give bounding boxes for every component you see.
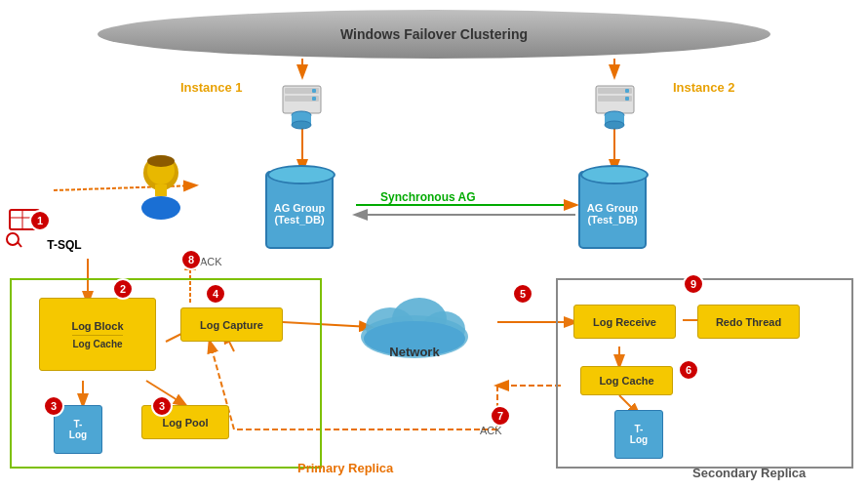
log-cache-secondary-box: Log Cache xyxy=(580,366,673,395)
svg-point-47 xyxy=(141,196,180,220)
log-capture-box: Log Capture xyxy=(180,307,283,342)
svg-point-38 xyxy=(605,121,624,129)
instance2-label: Instance 2 xyxy=(673,80,735,95)
svg-point-46 xyxy=(147,155,175,167)
svg-point-30 xyxy=(292,121,311,129)
instance1-label: Instance 1 xyxy=(180,80,243,95)
badge-6: 6 xyxy=(678,359,699,381)
badge-3-left: 3 xyxy=(43,395,64,417)
user-icon xyxy=(127,151,195,220)
log-block-cache-box: Log Block Log Cache xyxy=(39,298,156,371)
badge-2: 2 xyxy=(112,278,134,300)
network-cloud: Network xyxy=(351,288,478,359)
wfc-label: Windows Failover Clustering xyxy=(340,26,528,42)
svg-rect-34 xyxy=(625,89,629,93)
tlog-secondary-box: T- Log xyxy=(614,410,663,459)
log-receive-box: Log Receive xyxy=(573,305,676,339)
badge-9: 9 xyxy=(683,273,704,295)
badge-7: 7 xyxy=(490,405,511,427)
ag-group-1: AG Group (Test_DB) xyxy=(265,171,334,249)
badge-5: 5 xyxy=(512,283,533,305)
sync-ag-label: Synchronous AG xyxy=(380,190,476,204)
svg-point-42 xyxy=(7,233,19,245)
badge-4: 4 xyxy=(205,283,226,305)
svg-rect-35 xyxy=(625,97,629,101)
primary-replica-label: Primary Replica xyxy=(297,461,393,475)
svg-line-43 xyxy=(18,242,21,247)
redo-thread-box: Redo Thread xyxy=(697,305,800,339)
server2-icon xyxy=(588,76,642,133)
diagram: Windows Failover Clustering Instance 1 I… xyxy=(0,0,868,490)
ag-group-2: AG Group (Test_DB) xyxy=(578,171,647,249)
ack-8-label: ACK xyxy=(200,256,222,267)
svg-rect-27 xyxy=(312,97,316,101)
badge-8: 8 xyxy=(180,249,202,270)
svg-rect-26 xyxy=(312,89,316,93)
secondary-replica-label: Secondary Replica xyxy=(692,466,806,480)
svg-rect-48 xyxy=(155,184,167,196)
wfc-ellipse: Windows Failover Clustering xyxy=(98,10,770,59)
badge-3-right: 3 xyxy=(151,395,173,417)
badge-1: 1 xyxy=(29,210,51,231)
server1-icon xyxy=(275,76,329,133)
